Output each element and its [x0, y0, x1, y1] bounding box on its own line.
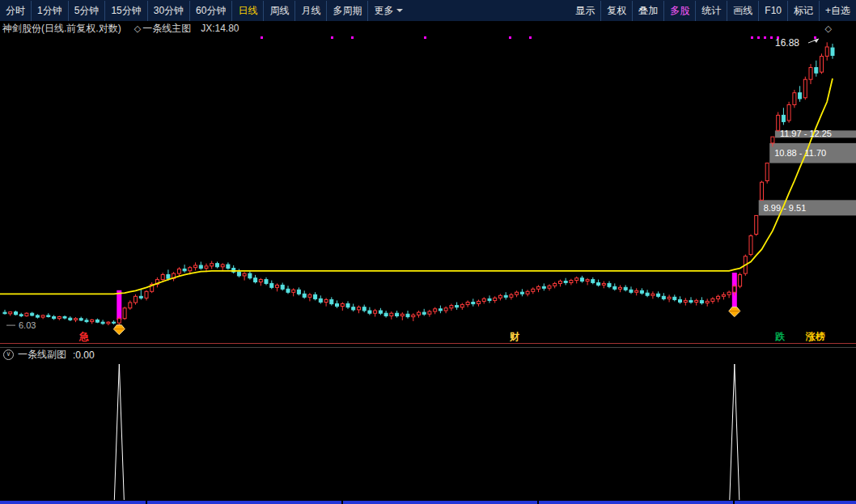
sub-indicator-value: :0.00	[73, 349, 95, 361]
scrollbar-tick	[537, 501, 539, 504]
mark-button[interactable]: 标记	[787, 1, 819, 21]
sub-indicator-name: 一条线副图	[18, 348, 66, 362]
jx-indicator-line	[0, 78, 833, 294]
collapse-arrow-icon[interactable]: ∨	[3, 349, 14, 360]
scrollbar-tick	[733, 501, 735, 504]
marker-finance[interactable]: 财	[510, 331, 519, 343]
period-tab-15min[interactable]: 15分钟	[104, 1, 146, 21]
f10-button[interactable]: F10	[758, 1, 787, 21]
add-watchlist-button[interactable]: +自选	[819, 1, 856, 21]
signal-dots-layer	[261, 36, 816, 39]
main-chart-title-row: 神剑股份(日线.前复权.对数)◇一条线主图JX:14.80 ◇	[0, 21, 856, 36]
period-tab-1min[interactable]: 1分钟	[31, 1, 68, 21]
sub-signal-spikes	[114, 364, 739, 500]
more-caret-icon	[396, 9, 403, 15]
svg-text:16.88: 16.88	[775, 37, 799, 49]
period-tab-60min[interactable]: 60分钟	[189, 1, 231, 21]
time-scrollbar[interactable]	[0, 501, 856, 504]
price-labels-layer: 11.97 - 12.2510.88 - 11.708.99 - 9.5116.…	[6, 37, 832, 330]
adjust-button[interactable]: 复权	[600, 1, 632, 21]
period-tab-weekly[interactable]: 周线	[263, 1, 295, 21]
period-tab-multi[interactable]: 多周期	[326, 1, 367, 21]
main-chart-canvas[interactable]: 11.97 - 12.2510.88 - 11.708.99 - 9.5116.…	[0, 36, 856, 345]
link-fall-rank[interactable]: 跌	[775, 331, 785, 343]
top-toolbar: 分时1分钟5分钟15分钟30分钟60分钟日线周线月线多周期更多 显示复权叠加多股…	[0, 0, 856, 21]
indicator-value: JX:14.80	[201, 23, 239, 34]
period-tab-daily[interactable]: 日线	[231, 1, 263, 21]
svg-text:10.88 - 11.70: 10.88 - 11.70	[774, 148, 826, 158]
scrollbar-tick	[146, 501, 147, 504]
signal-bars-layer	[117, 273, 737, 320]
stats-button[interactable]: 统计	[695, 1, 727, 21]
stock-title: 神剑股份(日线.前复权.对数)	[2, 23, 121, 34]
bottom-markers-row: 急财跌涨榜	[0, 331, 856, 343]
indicator-name: 一条线主图	[142, 23, 191, 34]
sub-chart-canvas[interactable]	[0, 362, 856, 501]
period-tabs-group: 分时1分钟5分钟15分钟30分钟60分钟日线周线月线多周期更多	[0, 0, 409, 21]
sub-chart-header: ∨ 一条线副图 :0.00	[0, 347, 856, 362]
period-tab-5min[interactable]: 5分钟	[68, 1, 105, 21]
svg-text:6.03: 6.03	[19, 320, 36, 330]
overlay-button[interactable]: 叠加	[632, 1, 663, 21]
multi-stock-button[interactable]: 多股	[663, 1, 695, 21]
svg-text:8.99 - 9.51: 8.99 - 9.51	[764, 203, 807, 213]
draw-line-button[interactable]: 画线	[727, 1, 758, 21]
period-tab-monthly[interactable]: 月线	[295, 1, 326, 21]
corner-diamond-icon: ◇	[825, 21, 832, 36]
period-tab-intraday[interactable]: 分时	[0, 1, 31, 21]
link-rise-rank[interactable]: 涨榜	[806, 331, 825, 343]
candles-layer	[3, 42, 834, 328]
svg-text:11.97 - 12.25: 11.97 - 12.25	[780, 129, 832, 138]
tools-group: 显示复权叠加多股统计画线F10标记+自选	[570, 0, 856, 21]
period-tab-30min[interactable]: 30分钟	[147, 1, 189, 21]
marker-urgent[interactable]: 急	[79, 331, 89, 343]
more-menu[interactable]: 更多	[367, 1, 409, 21]
scrollbar-tick	[341, 501, 343, 504]
indicator-collapse-icon[interactable]: ◇	[134, 23, 141, 33]
display-button[interactable]: 显示	[570, 1, 600, 21]
